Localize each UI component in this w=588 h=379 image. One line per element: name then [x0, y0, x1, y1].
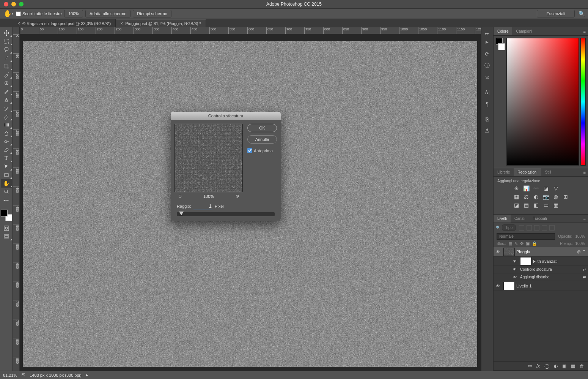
eraser-tool[interactable]: [1, 112, 12, 121]
status-docinfo[interactable]: 1400 px x 1000 px (300 ppi): [30, 373, 81, 377]
gradient-map-icon[interactable]: ▭: [543, 202, 549, 208]
zoom-level-field[interactable]: 100%: [64, 10, 83, 17]
layer-fx-icon[interactable]: fx: [536, 363, 540, 369]
layer-row[interactable]: 👁 Pioggia ◎⌃: [494, 247, 588, 257]
visibility-toggle-icon[interactable]: 👁: [494, 284, 502, 288]
history-brush-tool[interactable]: [1, 104, 12, 112]
radius-slider[interactable]: [177, 212, 275, 216]
color-balance-icon[interactable]: ⚖: [523, 194, 529, 200]
exposure-icon[interactable]: ◪: [543, 185, 549, 191]
color-wells[interactable]: [1, 210, 12, 221]
workspace-switcher[interactable]: Essenziali: [537, 10, 575, 17]
tab-channels[interactable]: Canali: [511, 215, 529, 223]
new-layer-icon[interactable]: ▦: [571, 363, 575, 369]
healing-brush-tool[interactable]: [1, 79, 12, 87]
tab-adjustments[interactable]: Regolazioni: [514, 168, 541, 176]
visibility-toggle-icon[interactable]: 👁: [494, 250, 502, 254]
type-tool[interactable]: T: [1, 154, 12, 163]
photo-filter-icon[interactable]: 📷: [543, 194, 549, 200]
layer-thumbnail[interactable]: [503, 248, 515, 256]
rectangle-tool[interactable]: [1, 171, 12, 179]
properties-panel-icon[interactable]: ⓘ: [484, 62, 490, 69]
filter-name[interactable]: Aggiungi disturbo: [520, 275, 549, 279]
document-tab[interactable]: × Pioggia.psd @ 81,2% (Pioggia, RGB/8) *: [116, 19, 206, 27]
tab-color[interactable]: Colore: [494, 27, 512, 35]
move-tool[interactable]: [1, 29, 12, 37]
filter-type-icon[interactable]: [534, 225, 539, 231]
tab-libraries[interactable]: Librerie: [494, 168, 514, 176]
crop-tool[interactable]: [1, 62, 12, 71]
close-tab-icon[interactable]: ×: [120, 21, 123, 26]
dodge-tool[interactable]: [1, 137, 12, 146]
new-fill-adjust-icon[interactable]: ◐: [554, 363, 558, 369]
layer-mask-icon[interactable]: ◯: [544, 363, 549, 369]
layer-row[interactable]: 👁 Livello 1: [494, 281, 588, 291]
hue-sat-icon[interactable]: ▦: [513, 194, 519, 200]
color-field[interactable]: [506, 38, 579, 166]
zoom-in-icon[interactable]: ⊕: [236, 194, 239, 199]
search-icon[interactable]: 🔍: [579, 11, 585, 17]
panel-menu-icon[interactable]: ≡: [581, 216, 588, 221]
curves-icon[interactable]: 〰: [533, 185, 539, 191]
cancel-button[interactable]: Annulla: [247, 135, 277, 144]
eyedropper-tool[interactable]: [1, 71, 12, 79]
zoom-tool[interactable]: [1, 188, 12, 196]
smart-filter-row[interactable]: 👁 Aggiungi disturbo ⇄: [494, 273, 588, 281]
horizontal-ruler[interactable]: 0501001502002503003504004505005506006507…: [20, 27, 481, 34]
close-tab-icon[interactable]: ×: [17, 21, 20, 26]
collapse-panels-button[interactable]: ▶: [486, 40, 489, 44]
smart-filter-row[interactable]: 👁 Controllo sfocatura ⇄: [494, 266, 588, 273]
radius-input[interactable]: [193, 202, 212, 210]
preview-zoom-value[interactable]: 100%: [203, 194, 214, 199]
filter-shape-icon[interactable]: [542, 225, 547, 231]
visibility-toggle-icon[interactable]: 👁: [512, 267, 518, 272]
filter-mask-thumbnail[interactable]: [520, 257, 531, 265]
visibility-toggle-icon[interactable]: 👁: [512, 275, 518, 279]
opacity-value[interactable]: 100%: [575, 234, 585, 238]
posterize-icon[interactable]: ▤: [523, 202, 529, 208]
tab-paths[interactable]: Tracciati: [529, 215, 550, 223]
scroll-all-windows-checkbox[interactable]: Scorri tutte le finestre: [16, 11, 62, 16]
vibrance-icon[interactable]: ▽: [553, 185, 559, 191]
layer-thumbnail[interactable]: [503, 282, 515, 290]
link-layers-icon[interactable]: ⚯: [528, 363, 532, 369]
character-styles-panel-icon[interactable]: A: [485, 128, 489, 134]
foreground-color-well[interactable]: [1, 210, 8, 216]
invert-icon[interactable]: ◪: [513, 202, 519, 208]
bg-mini-well[interactable]: [498, 43, 505, 50]
fill-value[interactable]: 100%: [575, 242, 585, 246]
brightness-contrast-icon[interactable]: ☀: [513, 185, 519, 191]
filter-smart-icon[interactable]: [549, 225, 555, 231]
tab-swatches[interactable]: Campioni: [512, 27, 536, 35]
hand-tool[interactable]: ✋: [1, 179, 12, 188]
delete-layer-icon[interactable]: 🗑: [580, 363, 584, 369]
color-lookup-icon[interactable]: ⊞: [563, 194, 569, 200]
panel-menu-icon[interactable]: ≡: [581, 170, 588, 175]
levels-icon[interactable]: 📊: [523, 185, 529, 191]
hue-slider[interactable]: [580, 38, 586, 166]
character-panel-icon[interactable]: A|: [485, 90, 490, 96]
gradient-tool[interactable]: [1, 121, 12, 129]
clone-stamp-tool[interactable]: [1, 96, 12, 104]
magic-wand-tool[interactable]: [1, 54, 12, 62]
screen-mode-button[interactable]: [1, 232, 12, 241]
pen-tool[interactable]: [1, 146, 12, 154]
history-panel-icon[interactable]: ⟳: [485, 51, 489, 57]
color-panel-wells[interactable]: [496, 38, 505, 166]
glyphs-panel-icon[interactable]: ⎘: [486, 116, 489, 122]
document-tab[interactable]: × © Ragazza sul lago.psd.psd @ 33,3% (RG…: [13, 19, 116, 27]
ok-button[interactable]: OK: [247, 124, 277, 132]
dialog-preview[interactable]: [175, 124, 243, 192]
ruler-origin[interactable]: [13, 27, 20, 34]
lock-pixels-icon[interactable]: ✎: [514, 241, 518, 246]
dialog-title[interactable]: Controllo sfocatura: [171, 112, 281, 120]
filter-options-icon[interactable]: ⇄: [583, 275, 588, 279]
selective-color-icon[interactable]: ▦: [553, 202, 559, 208]
edit-toolbar-button[interactable]: •••: [1, 196, 12, 204]
layer-name[interactable]: Livello 1: [516, 284, 588, 288]
blend-mode-dropdown[interactable]: Normale: [497, 233, 555, 240]
threshold-icon[interactable]: ◧: [533, 202, 539, 208]
brush-tool[interactable]: [1, 87, 12, 96]
filter-options-icon[interactable]: ⇄: [583, 267, 588, 272]
visibility-toggle-icon[interactable]: 👁: [510, 259, 519, 264]
